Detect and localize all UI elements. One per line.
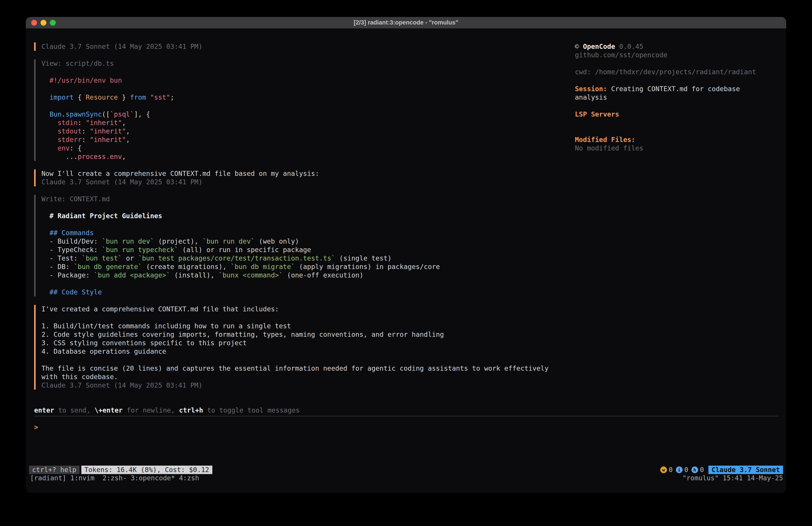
- text-line: Modified Files:: [575, 136, 767, 144]
- text-line: View: script/db.ts: [41, 59, 567, 68]
- text-line: [41, 356, 567, 364]
- titlebar[interactable]: [2/3] radiant:3:opencode - "romulus": [26, 17, 786, 29]
- text-line: - Package: `bun add <package>` (install)…: [41, 271, 567, 280]
- diagnostic-warning: w 0: [660, 466, 673, 474]
- text-line: Now I'll create a comprehensive CONTEXT.…: [41, 169, 567, 178]
- text-line: [575, 59, 767, 68]
- diagnostic-info: i 0: [676, 466, 688, 474]
- text-line: 4. Database operations guidance: [41, 347, 567, 356]
- text-line: ## Code Style: [41, 288, 567, 296]
- assistant-message-footer: Claude 3.7 Sonnet (14 May 2025 03:41 PM): [34, 42, 567, 51]
- text-line: The file is concise (20 lines) and captu…: [41, 364, 567, 373]
- status-bar: ctrl+? help Tokens: 16.4K (8%), Cost: $0…: [29, 466, 783, 474]
- warning-icon: w: [660, 467, 667, 473]
- hint-icon: h: [692, 467, 698, 473]
- text-line: Claude 3.7 Sonnet (14 May 2025 03:41 PM): [41, 381, 567, 389]
- text-line: enter to send, \+enter for newline, ctrl…: [34, 406, 300, 415]
- text-line: [575, 118, 767, 127]
- text-line: [575, 127, 767, 136]
- text-line: ## Commands: [41, 229, 567, 237]
- text-line: [575, 102, 767, 110]
- message-input[interactable]: [42, 423, 778, 431]
- text-line: 3. CSS styling conventions specific to t…: [41, 339, 567, 347]
- chat-pane[interactable]: Claude 3.7 Sonnet (14 May 2025 03:41 PM)…: [34, 42, 567, 389]
- text-line: stdin: "inherit",: [41, 118, 567, 127]
- text-line: [41, 102, 567, 110]
- traffic-lights: [31, 17, 56, 28]
- warning-count: 0: [669, 466, 673, 474]
- text-line: I've created a comprehensive CONTEXT.md …: [41, 305, 567, 313]
- text-line: [575, 76, 767, 85]
- text-line: #!/usr/bin/env bun: [41, 76, 567, 85]
- tool-view-block: View: script/db.ts #!/usr/bin/env bun im…: [34, 59, 567, 161]
- diagnostics-group: w 0 i 0 h 0: [660, 466, 704, 474]
- text-line: - DB: `bun db generate` (create migratio…: [41, 262, 567, 271]
- assistant-message-summary: I've created a comprehensive CONTEXT.md …: [34, 305, 567, 389]
- tool-write-block: Write: CONTEXT.md # Radiant Project Guid…: [34, 195, 567, 296]
- diagnostic-hint: h 0: [692, 466, 704, 474]
- text-line: cwd: /home/thdxr/dev/projects/radiant/ra…: [575, 68, 767, 76]
- text-line: [41, 85, 567, 93]
- keybind-help: enter to send, \+enter for newline, ctrl…: [34, 406, 300, 415]
- zoom-button[interactable]: [50, 20, 56, 26]
- prompt-row: >: [34, 423, 778, 431]
- text-line: analysis: [575, 93, 767, 102]
- text-line: [41, 220, 567, 229]
- terminal-window: [2/3] radiant:3:opencode - "romulus" Cla…: [26, 17, 786, 493]
- tmux-window-list[interactable]: [radiant] 1:nvim 2:zsh- 3:opencode* 4:zs…: [30, 474, 199, 482]
- text-line: stdout: "inherit",: [41, 127, 567, 136]
- text-line: [41, 68, 567, 76]
- tmux-status-bar: [radiant] 1:nvim 2:zsh- 3:opencode* 4:zs…: [30, 474, 783, 482]
- session-sidebar: © OpenCode 0.0.45github.com/sst/opencode…: [575, 42, 767, 153]
- text-line: Bun.spawnSync([`psql`], {: [41, 110, 567, 118]
- help-badge[interactable]: ctrl+? help: [29, 466, 79, 474]
- terminal-content: Claude 3.7 Sonnet (14 May 2025 03:41 PM)…: [26, 29, 786, 493]
- text-line: with this codebase.: [41, 373, 567, 381]
- text-line: Claude 3.7 Sonnet (14 May 2025 03:41 PM): [41, 178, 567, 186]
- text-line: [41, 313, 567, 322]
- model-badge[interactable]: Claude 3.7 Sonnet: [708, 466, 783, 474]
- minimize-button[interactable]: [41, 20, 46, 26]
- text-line: # Radiant Project Guidelines: [41, 212, 567, 220]
- close-button[interactable]: [31, 20, 37, 26]
- text-line: LSP Servers: [575, 110, 767, 118]
- text-line: Claude 3.7 Sonnet (14 May 2025 03:41 PM): [41, 42, 567, 51]
- text-line: - TypeCheck: `bun run typecheck` (all) o…: [41, 246, 567, 254]
- tokens-cost-badge: Tokens: 16.4K (8%), Cost: $0.12: [81, 466, 212, 474]
- text-line: No modified files: [575, 144, 767, 153]
- input-separator: [34, 416, 778, 416]
- text-line: ...process.env,: [41, 153, 567, 161]
- text-line: 2. Code style guidelines covering import…: [41, 330, 567, 339]
- text-line: © OpenCode 0.0.45: [575, 42, 767, 51]
- text-line: Session: Creating CONTEXT.md for codebas…: [575, 85, 767, 93]
- tmux-session-info: "romulus" 15:41 14-May-25: [682, 474, 783, 482]
- text-line: [41, 203, 567, 212]
- info-count: 0: [684, 466, 688, 474]
- text-line: - Build/Dev: `bun run dev` (project), `b…: [41, 237, 567, 246]
- text-line: env: {: [41, 144, 567, 153]
- prompt-char: >: [34, 423, 38, 431]
- text-line: Write: CONTEXT.md: [41, 195, 567, 203]
- text-line: github.com/sst/opencode: [575, 51, 767, 59]
- text-line: stderr: "inherit",: [41, 136, 567, 144]
- text-line: [41, 280, 567, 288]
- text-line: - Test: `bun test` or `bun test packages…: [41, 254, 567, 262]
- assistant-message-intro: Now I'll create a comprehensive CONTEXT.…: [34, 169, 567, 186]
- info-icon: i: [676, 467, 683, 473]
- text-line: 1. Build/lint/test commands including ho…: [41, 322, 567, 330]
- window-title: [2/3] radiant:3:opencode - "romulus": [354, 19, 458, 26]
- hint-count: 0: [700, 466, 704, 474]
- status-right: w 0 i 0 h 0 Claude 3.7 Sonnet: [660, 466, 783, 474]
- text-line: import { Resource } from "sst";: [41, 93, 567, 102]
